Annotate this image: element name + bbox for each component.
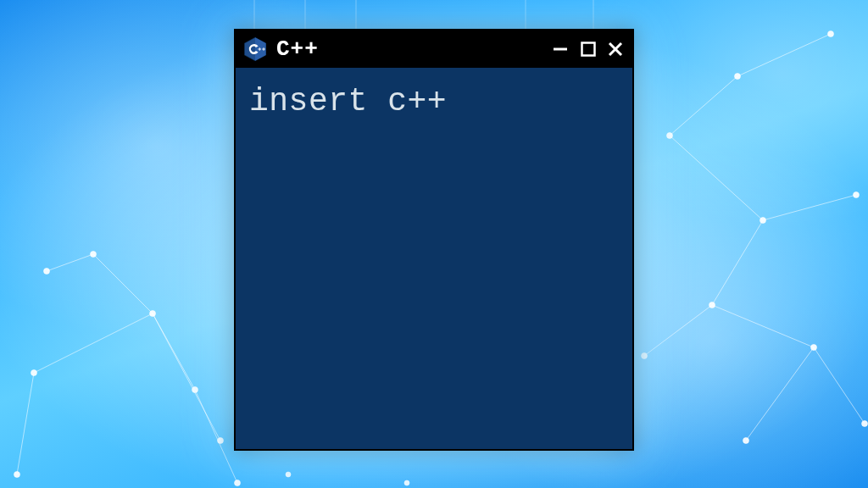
svg-point-26	[667, 133, 673, 139]
window-controls	[551, 40, 624, 58]
svg-point-28	[854, 192, 860, 198]
svg-line-6	[195, 390, 237, 483]
svg-point-17	[150, 311, 156, 317]
svg-point-24	[735, 74, 741, 80]
minimize-button[interactable]	[551, 40, 570, 58]
terminal-area[interactable]: insert c++	[236, 68, 632, 449]
svg-line-0	[34, 313, 153, 373]
svg-line-2	[47, 254, 93, 271]
svg-point-23	[14, 472, 20, 478]
cpp-hex-icon	[242, 36, 268, 62]
svg-point-20	[218, 438, 224, 444]
svg-point-27	[760, 218, 766, 224]
svg-point-25	[828, 31, 834, 37]
svg-point-21	[192, 387, 198, 393]
svg-point-31	[811, 345, 817, 351]
terminal-line-0: insert c++	[249, 83, 619, 119]
titlebar[interactable]: C++	[236, 30, 632, 68]
svg-rect-44	[258, 49, 261, 50]
svg-line-13	[712, 305, 814, 347]
window-title: C++	[276, 36, 319, 62]
svg-point-18	[91, 252, 97, 258]
svg-line-8	[670, 76, 737, 136]
svg-line-11	[712, 220, 763, 305]
svg-point-30	[642, 353, 648, 359]
svg-line-7	[737, 34, 831, 76]
maximize-button[interactable]	[580, 41, 597, 58]
svg-line-3	[153, 313, 220, 441]
svg-line-15	[746, 347, 814, 441]
svg-point-19	[44, 269, 50, 274]
svg-line-4	[17, 373, 34, 474]
svg-point-33	[743, 438, 749, 444]
app-window: C++ insert c++	[234, 29, 634, 451]
svg-point-29	[709, 302, 715, 308]
svg-rect-46	[262, 49, 265, 50]
svg-point-22	[235, 480, 241, 486]
svg-point-16	[31, 370, 37, 376]
svg-rect-48	[582, 43, 595, 56]
svg-point-34	[286, 472, 291, 477]
svg-line-1	[93, 254, 153, 313]
svg-line-12	[644, 305, 712, 356]
svg-point-35	[404, 480, 409, 485]
close-button[interactable]	[607, 41, 624, 58]
svg-line-14	[814, 347, 865, 424]
svg-line-9	[670, 136, 763, 220]
svg-line-10	[763, 195, 856, 220]
svg-line-5	[153, 313, 195, 390]
svg-point-32	[862, 421, 868, 427]
